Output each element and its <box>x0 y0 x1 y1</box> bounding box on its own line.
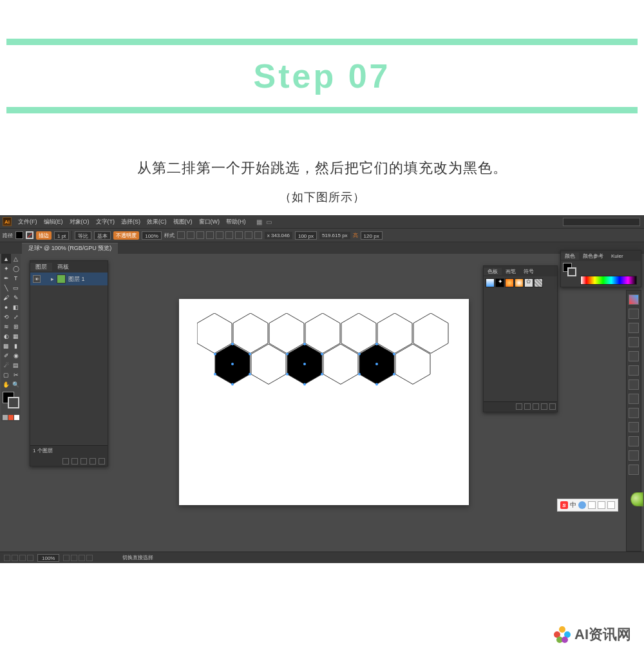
dock-icon[interactable] <box>629 394 639 404</box>
selection-tool-icon[interactable]: ▲ <box>1 254 11 264</box>
artboard-nav-2[interactable] <box>63 555 93 561</box>
artboard[interactable] <box>179 299 469 505</box>
stroke-button[interactable]: 描边 <box>36 231 52 240</box>
opacity-input[interactable]: 100% <box>142 231 161 240</box>
layers-footer-icons[interactable] <box>33 458 105 465</box>
color-fill-stroke-icon[interactable] <box>563 263 578 278</box>
magic-wand-tool-icon[interactable]: ✦ <box>1 264 11 273</box>
w-input[interactable]: 100 px <box>295 231 317 240</box>
rectangle-tool-icon[interactable]: ▭ <box>11 283 21 292</box>
hand-tool-icon[interactable]: ✋ <box>1 379 11 389</box>
ime-keyboard-icon[interactable] <box>588 501 596 509</box>
svg-point-13 <box>286 353 289 356</box>
symbols-tab[interactable]: 符号 <box>520 268 538 275</box>
free-transform-tool-icon[interactable]: ⊞ <box>11 321 21 331</box>
line-tool-icon[interactable]: ╲ <box>1 283 11 292</box>
arrange-icon[interactable]: ▭ <box>266 218 272 225</box>
fill-swatch[interactable] <box>15 231 23 239</box>
ime-language-bar[interactable]: S 中 <box>557 499 618 512</box>
y-value[interactable]: 519.615 px <box>319 232 350 239</box>
menu-view[interactable]: 视图(V) <box>173 218 193 226</box>
align-icons[interactable] <box>177 231 262 239</box>
mesh-tool-icon[interactable]: ▩ <box>1 341 11 350</box>
opacity-label[interactable]: 不透明度 <box>113 231 139 240</box>
brushes-tab[interactable]: 画笔 <box>502 268 520 275</box>
dock-icon[interactable] <box>629 379 639 390</box>
bridge-icon[interactable]: ▦ <box>256 218 262 225</box>
kuler-tab[interactable]: Kuler <box>607 253 627 259</box>
dock-icon[interactable] <box>629 408 639 418</box>
dock-icon[interactable] <box>629 309 639 319</box>
menu-type[interactable]: 文字(T) <box>96 218 115 226</box>
rotate-tool-icon[interactable]: ⟲ <box>1 312 11 321</box>
blob-brush-tool-icon[interactable]: ● <box>1 302 11 312</box>
brush-select[interactable]: 基本 <box>94 231 111 240</box>
menu-effect[interactable]: 效果(C) <box>147 218 167 226</box>
fill-stroke-indicator[interactable] <box>1 392 21 414</box>
color-spectrum[interactable] <box>580 276 637 285</box>
document-tab[interactable]: 足球* @ 100% (RGB/GPU 预览) <box>22 243 118 254</box>
menu-edit[interactable]: 编辑(E) <box>44 218 63 226</box>
graph-tool-icon[interactable]: ▤ <box>11 360 21 370</box>
profile-select[interactable]: 等比 <box>75 231 91 240</box>
color-modes[interactable] <box>1 414 21 421</box>
zoom-tool-icon[interactable]: 🔍 <box>11 379 21 389</box>
layer-row[interactable]: 👁 ▸ 图层 1 <box>30 273 108 285</box>
ime-moon-icon[interactable] <box>578 501 586 509</box>
width-tool-icon[interactable]: ≋ <box>1 321 11 331</box>
svg-point-17 <box>393 373 395 376</box>
color-guide-tab[interactable]: 颜色参考 <box>579 253 607 260</box>
svg-point-16 <box>393 353 395 356</box>
menu-select[interactable]: 选择(S) <box>121 218 140 226</box>
stroke-swatch[interactable] <box>26 231 33 239</box>
dock-icon[interactable] <box>629 351 639 361</box>
menu-help[interactable]: 帮助(H) <box>226 218 246 226</box>
artboard-nav[interactable] <box>4 555 33 561</box>
blend-tool-icon[interactable]: ◉ <box>11 350 21 360</box>
pencil-tool-icon[interactable]: ✎ <box>11 292 21 302</box>
x-value[interactable]: x 343.046 <box>265 232 292 239</box>
visibility-toggle-icon[interactable]: 👁 <box>33 275 41 283</box>
paintbrush-tool-icon[interactable]: 🖌 <box>1 292 11 302</box>
dock-icon[interactable] <box>629 436 639 446</box>
h-input[interactable]: 120 px <box>361 231 383 240</box>
menu-file[interactable]: 文件(F) <box>18 218 37 226</box>
assist-orb-icon[interactable] <box>630 492 643 506</box>
swatches-tab[interactable]: 色板 <box>484 268 502 275</box>
dock-icon[interactable] <box>629 323 639 333</box>
pen-tool-icon[interactable]: ✒ <box>1 273 11 283</box>
perspective-tool-icon[interactable]: ▦ <box>11 331 21 341</box>
direct-selection-tool-icon[interactable]: △ <box>11 254 21 264</box>
svg-point-12 <box>286 373 289 376</box>
svg-point-2 <box>249 353 251 356</box>
lasso-tool-icon[interactable]: ◯ <box>11 264 21 273</box>
artboard-tool-icon[interactable]: ▢ <box>1 370 11 379</box>
help-search-input[interactable] <box>563 218 640 226</box>
dock-icon[interactable] <box>629 450 639 461</box>
type-tool-icon[interactable]: T <box>11 273 21 283</box>
zoom-level[interactable]: 100% <box>37 554 59 562</box>
layers-tab[interactable]: 图层 <box>30 263 52 271</box>
dock-icon[interactable] <box>629 337 639 347</box>
dock-icon[interactable] <box>629 465 639 475</box>
eraser-tool-icon[interactable]: ◧ <box>11 302 21 312</box>
symbol-sprayer-tool-icon[interactable]: ☄ <box>1 360 11 370</box>
stroke-weight-input[interactable]: 1 pt <box>54 231 69 240</box>
artboards-tab[interactable]: 画板 <box>52 263 74 271</box>
menu-window[interactable]: 窗口(W) <box>199 218 220 226</box>
dock-icon[interactable] <box>629 294 639 305</box>
slice-tool-icon[interactable]: ✂ <box>11 370 21 379</box>
dock-icon[interactable] <box>629 365 639 376</box>
menu-object[interactable]: 对象(O) <box>70 218 90 226</box>
ime-tool-icon[interactable] <box>607 501 615 509</box>
color-tab[interactable]: 颜色 <box>561 253 579 260</box>
gradient-tool-icon[interactable]: ▮ <box>11 341 21 350</box>
svg-point-6 <box>214 353 216 356</box>
swatches-footer-icons[interactable] <box>484 401 557 412</box>
ime-skin-icon[interactable] <box>598 501 605 509</box>
scale-tool-icon[interactable]: ⤢ <box>11 312 21 321</box>
eyedropper-tool-icon[interactable]: ✐ <box>1 350 11 360</box>
shape-builder-tool-icon[interactable]: ◐ <box>1 331 11 341</box>
swatch-grid[interactable]: ✦ ✿ <box>484 276 557 289</box>
dock-icon[interactable] <box>629 422 639 432</box>
